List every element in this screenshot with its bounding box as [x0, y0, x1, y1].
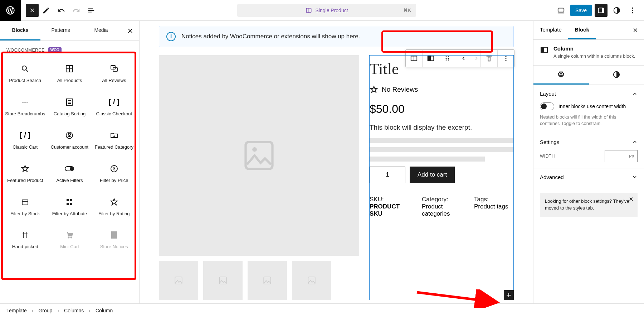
settings-sidebar: Template Block Column A single column wi…: [533, 21, 644, 303]
hint-close-button[interactable]: [628, 196, 634, 204]
product-image-placeholder[interactable]: [159, 55, 359, 256]
svg-point-40: [71, 237, 72, 238]
svg-rect-17: [22, 102, 24, 102]
breadcrumb-item[interactable]: Template: [6, 308, 27, 313]
breadcrumb-item[interactable]: Column: [96, 308, 113, 313]
block-classic-cart[interactable]: [ / ]Classic Cart: [3, 125, 47, 155]
list-view-button[interactable]: [84, 3, 99, 18]
dollar-icon: $: [110, 163, 118, 174]
product-title[interactable]: Title: [370, 60, 513, 78]
svg-point-66: [560, 73, 562, 76]
block-filter-stock[interactable]: Filter by Stock: [3, 192, 47, 222]
excerpt-placeholder[interactable]: This block will display the excerpt.: [370, 124, 513, 131]
save-button[interactable]: Save: [570, 5, 592, 16]
notice-text: Notices added by WooCommerce or extensio…: [181, 33, 360, 40]
add-to-cart-button[interactable]: Add to cart: [410, 167, 455, 183]
options-menu-button[interactable]: [626, 4, 639, 17]
block-all-reviews[interactable]: All Reviews: [92, 58, 136, 89]
inserter-tab-patterns[interactable]: Patterns: [40, 21, 81, 40]
edit-tool-button[interactable]: [39, 3, 54, 18]
block-mini-cart[interactable]: Mini-Cart: [47, 225, 92, 255]
document-title[interactable]: Single Product ⌘K: [237, 4, 416, 17]
dots-icon: [21, 97, 29, 107]
breadcrumb-item[interactable]: Group: [38, 308, 52, 313]
inserter-close-button[interactable]: [121, 21, 139, 40]
block-classic-checkout[interactable]: [ / ]Classic Checkout: [92, 92, 136, 122]
block-filter-rating[interactable]: Filter by Rating: [92, 192, 136, 222]
layout-panel-header[interactable]: Layout: [540, 91, 638, 97]
block-breadcrumb: Template› Group› Columns› Column: [0, 303, 644, 317]
thumbnail[interactable]: [159, 261, 198, 300]
chat-icon: [110, 63, 118, 74]
block-featured-category[interactable]: Featured Category: [92, 125, 136, 155]
block-catalog-sorting[interactable]: Catalog Sorting: [47, 92, 92, 122]
inserter-tab-media[interactable]: Media: [81, 21, 121, 40]
width-input[interactable]: [605, 150, 638, 162]
shortcode-icon: [ / ]: [109, 97, 119, 107]
svg-rect-63: [308, 277, 315, 284]
toggle-icon: [64, 163, 74, 174]
grid-icon: [65, 63, 74, 74]
advanced-panel-header[interactable]: Advanced: [540, 174, 638, 180]
block-all-products[interactable]: All Products: [47, 58, 92, 89]
woo-badge: WOO: [48, 47, 62, 53]
search-icon: [21, 63, 29, 74]
block-customer-account[interactable]: Customer account: [47, 125, 92, 155]
block-featured-product[interactable]: Featured Product: [3, 158, 47, 189]
svg-rect-0: [306, 8, 311, 13]
settings-subtab[interactable]: [533, 66, 589, 85]
block-active-filters[interactable]: Active Filters: [47, 158, 92, 189]
thumbnail[interactable]: [248, 261, 287, 300]
star-icon: [21, 163, 29, 174]
box-icon: [21, 197, 29, 207]
styles-button[interactable]: [610, 4, 623, 17]
settings-sidebar-toggle[interactable]: [595, 4, 608, 17]
settings-panel-header[interactable]: Settings: [540, 139, 638, 145]
styles-hint: Looking for other block settings? They'v…: [540, 193, 638, 217]
breadcrumb-item[interactable]: Columns: [64, 308, 84, 313]
close-editor-button[interactable]: [26, 4, 39, 17]
editor-canvas[interactable]: i Notices added by WooCommerce or extens…: [140, 21, 533, 303]
info-icon: i: [166, 32, 176, 41]
svg-rect-2: [558, 8, 564, 12]
sidebar-close-button[interactable]: [627, 21, 644, 39]
thumbnail[interactable]: [203, 261, 243, 300]
contrast-icon: [613, 71, 620, 78]
thumbnail[interactable]: [292, 261, 331, 300]
product-meta: SKU:PRODUCT SKU Category:Product categor…: [370, 196, 513, 217]
star-icon: [110, 197, 118, 207]
block-inserter-panel: Blocks Patterns Media WOOCOMMERCE WOO Pr…: [0, 21, 140, 303]
block-description: Column A single column within a columns …: [533, 40, 644, 66]
preview-button[interactable]: [555, 4, 567, 17]
svg-rect-41: [112, 232, 117, 238]
svg-point-8: [632, 10, 633, 11]
block-hand-picked[interactable]: Hand-picked: [3, 225, 47, 255]
styles-subtab[interactable]: [589, 66, 644, 85]
block-filter-price[interactable]: $Filter by Price: [92, 158, 136, 189]
inserter-tab-blocks[interactable]: Blocks: [0, 21, 40, 40]
page-icon: [110, 230, 118, 240]
sidebar-tab-template[interactable]: Template: [533, 21, 568, 39]
sidebar-tab-block[interactable]: Block: [568, 21, 596, 39]
product-price[interactable]: $50.00: [370, 102, 513, 116]
skeleton-lines: [370, 138, 513, 162]
svg-rect-32: [67, 199, 69, 201]
wordpress-logo[interactable]: [0, 0, 21, 21]
block-store-notices[interactable]: Store Notices: [92, 225, 136, 255]
add-block-button[interactable]: [504, 290, 514, 300]
user-icon: [65, 130, 74, 141]
folder-star-icon: [110, 130, 118, 141]
quantity-input[interactable]: [370, 167, 405, 183]
block-product-search[interactable]: Product Search: [3, 58, 47, 89]
block-filter-attribute[interactable]: Filter by Attribute: [47, 192, 92, 222]
block-store-breadcrumbs[interactable]: Store Breadcrumbs: [3, 92, 47, 122]
svg-rect-30: [22, 200, 28, 205]
redo-button[interactable]: [69, 3, 84, 18]
reviews-row[interactable]: No Reviews: [370, 85, 513, 94]
svg-rect-35: [70, 203, 72, 205]
cart-icon: [65, 230, 74, 240]
selected-column[interactable]: Title No Reviews $50.00 This block will …: [369, 55, 514, 300]
content-width-toggle[interactable]: [540, 102, 554, 110]
undo-button[interactable]: [54, 3, 69, 18]
settings-panel: Settings WIDTH: [533, 133, 644, 168]
